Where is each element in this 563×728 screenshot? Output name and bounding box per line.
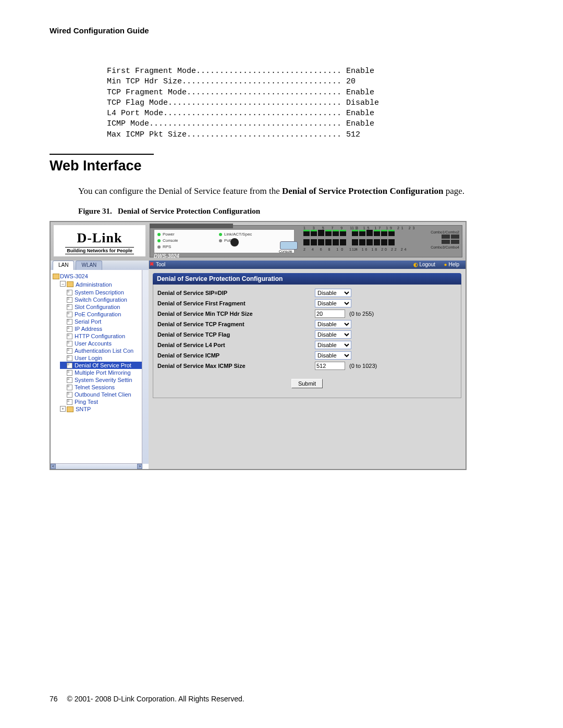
cli-value: Enable (346, 119, 374, 129)
form-select[interactable]: DisableEnable (315, 320, 351, 328)
device-label-bar (150, 224, 233, 228)
form-select[interactable]: DisableEnable (315, 351, 351, 360)
form-row-label: Denial of Service TCP Flag (157, 331, 315, 338)
tree-item[interactable]: System Severity Settin (60, 376, 148, 384)
tree-item[interactable]: Denial Of Service Prot (60, 362, 148, 369)
tab-wlan[interactable]: WLAN (76, 261, 102, 270)
form-select[interactable]: DisableEnable (315, 341, 351, 349)
hscroll-left-icon[interactable]: < (51, 464, 56, 469)
tree-item[interactable]: System Description (60, 289, 148, 296)
port-icon (333, 230, 339, 236)
cli-dots: ..................................... (168, 98, 346, 108)
form-row-control: DisableEnable (315, 320, 351, 328)
form-row-control: DisableEnable (315, 289, 351, 297)
cli-label: Max ICMP Pkt Size (107, 130, 187, 140)
combo-labels: Combo1/Combo2 Combo3/Combo4 (431, 230, 459, 250)
submit-button[interactable]: Submit (291, 379, 323, 388)
port-icon (303, 230, 310, 236)
scrollbar-down-icon[interactable] (142, 455, 148, 463)
nav-tree: DWS-3024 Administration System Descripti… (51, 270, 149, 415)
tree-folder-sntp[interactable]: SNTP (60, 405, 148, 413)
port-icon (388, 230, 395, 236)
port-icon (374, 230, 380, 236)
cli-row: TCP Fragment Mode.......................… (107, 88, 513, 98)
logout-button[interactable]: ◐ Logout (413, 262, 435, 267)
form-range-hint: (0 to 255) (345, 311, 374, 317)
scrollbar-thumb[interactable] (142, 271, 148, 282)
figure-title: Denial of Service Protection Configurati… (118, 207, 260, 215)
cli-value: 20 (346, 77, 356, 87)
tab-lan[interactable]: LAN (53, 261, 74, 270)
tree-group-label[interactable]: Administration (60, 280, 148, 289)
port-icon (303, 239, 310, 245)
tree-item[interactable]: IP Address (60, 325, 148, 332)
tree-item[interactable]: PoE Configuration (60, 311, 148, 318)
rps-led-icon (157, 245, 161, 249)
tree-item[interactable]: User Accounts (60, 340, 148, 347)
console-port-icon (280, 241, 298, 250)
combo-label-1: Combo1/Combo2 (431, 230, 459, 234)
page: Wired Configuration Guide First Fragment… (0, 0, 563, 728)
cli-value: 512 (346, 130, 360, 140)
form-row-label: Denial of Service ICMP (157, 352, 315, 359)
nav-scroll[interactable]: < > DWS-3024 Administration System Descr… (51, 270, 149, 469)
cli-dots: ............................... (196, 66, 346, 77)
form-text-input[interactable] (315, 362, 345, 370)
tree-item[interactable]: Telnet Sessions (60, 384, 148, 391)
port-row-top-b (352, 230, 395, 236)
form-row-label: Denial of Service Max ICMP Size (157, 363, 315, 369)
form-row-label: Denial of Service SIP=DIP (157, 290, 315, 296)
tree-item[interactable]: Ping Test (60, 398, 148, 405)
form-select[interactable]: DisableEnable (315, 330, 351, 339)
h-scrollbar[interactable]: < > (51, 463, 142, 469)
tool-close-icon[interactable]: ✖ (150, 261, 154, 267)
tree-item[interactable]: Serial Port (60, 318, 148, 325)
form-row-control: DisableEnable (315, 299, 351, 307)
port-row-bot-a (303, 239, 346, 245)
port-icon (333, 239, 339, 245)
nav-panel: LAN WLAN < > DWS-3024 Administration Sys (51, 261, 149, 469)
port-icon (381, 230, 387, 236)
tree-item[interactable]: Slot Configuration (60, 303, 148, 311)
brand-block: D-Link Building Networks for People (54, 225, 145, 256)
tree-item[interactable]: HTTP Configuration (60, 332, 148, 340)
combo-port-icon (451, 240, 459, 244)
port-icon (318, 239, 324, 245)
cli-dots: ...................................... (163, 108, 346, 119)
hscroll-right-icon[interactable]: > (137, 464, 142, 469)
form-select[interactable]: DisableEnable (315, 299, 351, 307)
tree-item[interactable]: Authentication List Con (60, 347, 148, 354)
cli-row: ICMP Mode...............................… (107, 119, 513, 129)
tree-item[interactable]: Outbound Telnet Clien (60, 391, 148, 398)
combo-label-2: Combo3/Combo4 (431, 245, 459, 249)
form-text-input[interactable] (315, 310, 345, 318)
port-icon (352, 239, 358, 245)
form-row-control: DisableEnable (315, 330, 351, 339)
cli-dots: .................................. (182, 77, 346, 87)
poe-led-icon (219, 239, 222, 242)
tree-item[interactable]: Switch Configuration (60, 296, 148, 303)
logout-label: Logout (419, 262, 435, 267)
tool-menu[interactable]: Tool (156, 262, 165, 267)
tree-root[interactable]: DWS-3024 (53, 272, 148, 280)
port-row-top-a (303, 230, 346, 236)
help-button[interactable]: ● Help (444, 262, 459, 267)
form-row-label: Denial of Service First Fragment (157, 300, 315, 306)
form-title: Denial of Service Protection Configurati… (153, 273, 461, 285)
form-row: Denial of Service TCP FragmentDisableEna… (157, 319, 457, 329)
form-row-label: Denial of Service Min TCP Hdr Size (157, 311, 315, 317)
tree-item[interactable]: User Login (60, 354, 148, 362)
tree-item[interactable]: Multiple Port Mirroring (60, 369, 148, 376)
tree-group-administration: Administration System DescriptionSwitch … (53, 280, 148, 413)
power-led-icon (157, 233, 161, 236)
form-row-control: (0 to 255) (315, 310, 374, 318)
form-select[interactable]: DisableEnable (315, 289, 351, 297)
console-led-icon (157, 239, 161, 242)
form-range-hint: (0 to 1023) (345, 363, 377, 369)
port-icon (366, 239, 373, 245)
port-icon (325, 239, 332, 245)
copyright-text: © 2001- 2008 D-Link Corporation. All Rig… (67, 695, 244, 703)
intro-paragraph: You can configure the Denial of Service … (78, 186, 513, 198)
para-bold: Denial of Service Protection Configurati… (282, 186, 443, 196)
cli-value: Enable (346, 88, 374, 98)
